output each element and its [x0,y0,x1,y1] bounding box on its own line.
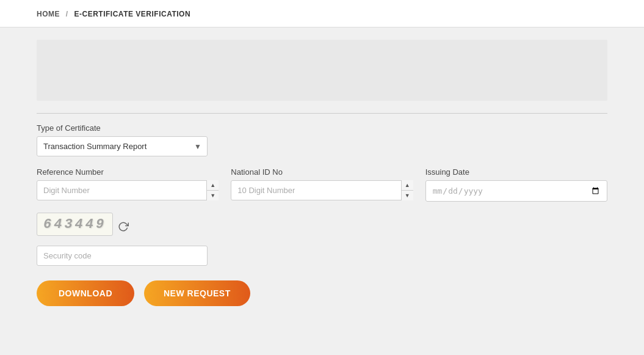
certificate-type-label: Type of Certificate [37,123,607,133]
national-id-spinner-down[interactable]: ▼ [402,191,413,200]
certificate-type-group: Type of Certificate Transaction Summary … [37,123,607,156]
issuing-date-input[interactable] [425,180,607,202]
form-section: Type of Certificate Transaction Summary … [37,123,607,306]
issuing-date-col: Issuing Date [425,167,607,202]
issuing-date-label: Issuing Date [425,167,607,177]
download-button[interactable]: DOWNLOAD [37,280,134,306]
national-id-label: National ID No [231,167,413,177]
button-row: DOWNLOAD NEW REQUEST [37,280,607,306]
national-id-input-wrapper: ▲ ▼ [231,180,413,200]
captcha-image: 643449 [37,213,113,236]
new-request-button[interactable]: NEW REQUEST [144,280,250,306]
divider [37,113,607,114]
certificate-type-select-wrapper[interactable]: Transaction Summary Report ▼ [37,136,208,156]
reference-number-input-wrapper: ▲ ▼ [37,180,219,200]
reference-spinner: ▲ ▼ [206,180,219,200]
reference-spinner-up[interactable]: ▲ [207,180,219,191]
top-banner [37,40,607,101]
refresh-icon [118,221,129,232]
main-content: Type of Certificate Transaction Summary … [0,27,644,331]
national-id-spinner: ▲ ▼ [401,180,413,200]
security-code-input[interactable] [37,246,208,266]
captcha-refresh-button[interactable] [118,221,129,232]
national-id-col: National ID No ▲ ▼ [231,167,413,202]
certificate-type-select[interactable]: Transaction Summary Report [37,136,208,156]
breadcrumb-home[interactable]: HOME [37,10,60,18]
breadcrumb-separator: / [66,10,68,18]
breadcrumb: HOME / E-CERTIFICATE VERIFICATION [37,10,190,18]
header: HOME / E-CERTIFICATE VERIFICATION [0,0,644,27]
fields-row: Reference Number ▲ ▼ National ID No ▲ ▼ [37,167,607,202]
reference-number-input[interactable] [37,180,219,200]
reference-number-col: Reference Number ▲ ▼ [37,167,219,202]
captcha-section: 643449 [37,213,607,266]
reference-spinner-down[interactable]: ▼ [207,191,219,200]
national-id-input[interactable] [231,180,413,200]
reference-number-label: Reference Number [37,167,219,177]
captcha-text: 643449 [43,217,106,232]
breadcrumb-current: E-CERTIFICATE VERIFICATION [74,10,191,18]
national-id-spinner-up[interactable]: ▲ [402,180,413,191]
